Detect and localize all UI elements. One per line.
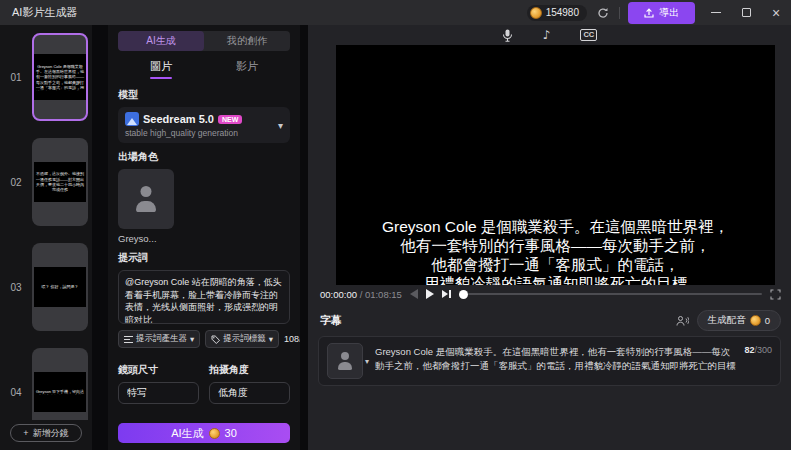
generate-dub-button[interactable]: 生成配音 0	[697, 310, 781, 331]
dub-label: 生成配音	[708, 314, 746, 327]
export-label: 導出	[659, 6, 679, 20]
caption-count-current: 82	[744, 345, 754, 355]
model-dropdown[interactable]: Seedream 5.0 NEW stable high_quality gen…	[118, 107, 290, 143]
speaker-avatar[interactable]	[327, 343, 363, 379]
shot-frame: Greyson 放下手機，望向這座城市中燈火閃爍的高樓	[34, 372, 86, 412]
caption-count-max: /300	[754, 345, 772, 355]
main-tabs: AI生成 我的創作	[118, 31, 290, 51]
minimize-button[interactable]	[709, 6, 723, 20]
caption-speaker: ▾	[327, 343, 369, 379]
subtab-image[interactable]: 圖片	[118, 55, 204, 78]
prompt-tags-label: 提示詞標籤	[223, 333, 266, 345]
seek-bar[interactable]	[459, 290, 762, 299]
model-name: Seedream 5.0	[143, 113, 214, 125]
prompt-tags-button[interactable]: 提示詞標籤 ▾	[205, 330, 279, 348]
generation-panel: AI生成 我的創作 圖片 影片 模型 Seedream 5.0 NEW stab…	[108, 25, 300, 450]
shot-size-label: 鏡頭尺寸	[118, 363, 199, 377]
shot-number: 02	[0, 177, 32, 188]
coin-icon	[750, 315, 761, 326]
maximize-button[interactable]	[739, 6, 753, 20]
total-duration: / 01:08:15	[360, 289, 402, 300]
subtab-video[interactable]: 影片	[204, 55, 290, 78]
shot-caption: Greyson Cole 是個職業殺手。在這個黑暗世界裡，他有一套特別的行事風格…	[35, 64, 85, 91]
media-toolbar: ♪ CC	[308, 25, 791, 45]
prompt-actions: 提示詞產生器 ▾ 提示詞標籤 ▾ 108/2000	[118, 330, 290, 348]
step-forward-button[interactable]	[442, 290, 451, 298]
microphone-icon[interactable]	[502, 29, 513, 42]
camera-angle-label: 拍摄角度	[209, 363, 290, 377]
previous-frame-button[interactable]	[410, 289, 418, 299]
characters-label: 出場角色	[118, 150, 290, 164]
previous-icon	[410, 289, 418, 299]
shot-caption: 不過呢，這次例外。他接到一通任務電話——對方開出天價，要求他二十四小時內完成任務	[35, 171, 85, 193]
seek-handle[interactable]	[459, 290, 468, 299]
coin-icon	[530, 7, 542, 19]
subtitle-line: 用禮貌冷靜的語氣通知即將死亡的目標	[336, 275, 775, 285]
chevron-down-icon[interactable]: ▾	[365, 357, 369, 366]
prompt-generator-label: 提示詞產生器	[136, 333, 187, 345]
voice-icon[interactable]	[676, 315, 689, 327]
chevron-down-icon: ▾	[269, 334, 273, 344]
model-info: Seedream 5.0 NEW stable high_quality gen…	[125, 112, 278, 138]
app-title: AI影片生成器	[12, 5, 77, 20]
subtitle-line: 他有一套特別的行事風格——每次動手之前，	[336, 237, 775, 256]
captions-icon[interactable]: CC	[580, 29, 597, 41]
chevron-down-icon: ▾	[190, 334, 194, 344]
model-description: stable high_quality generation	[125, 128, 278, 138]
shot-caption: 喂？ 你好，請問是？	[35, 284, 85, 289]
subtitle-line: 他都會撥打一通「客服式」的電話，	[336, 256, 775, 275]
panel-spacer	[118, 404, 290, 423]
prompt-textarea[interactable]: @Greyson Cole 站在阴暗的角落，低头看着手机屏幕，脸上带着冷静而专注…	[118, 270, 290, 324]
dub-controls: 生成配音 0	[676, 310, 781, 331]
window-controls: ×	[709, 6, 783, 20]
character-avatar[interactable]	[118, 169, 174, 229]
caption-char-count: 82/300	[744, 343, 772, 355]
caption-text[interactable]: Greyson Cole 是個職業殺手。在這個黑暗世界裡，他有一套特別的行事風格…	[375, 343, 738, 374]
cc-label: CC	[580, 29, 597, 41]
shot-thumbnail-03[interactable]: 喂？ 你好，請問是？	[32, 243, 88, 331]
coin-icon	[209, 428, 220, 439]
captions-header: 字幕 生成配音 0	[308, 303, 791, 336]
tab-my-creations[interactable]: 我的創作	[204, 31, 290, 51]
shot-thumbnail-02[interactable]: 不過呢，這次例外。他接到一通任務電話——對方開出天價，要求他二十四小時內完成任務	[32, 138, 88, 226]
step-forward-bar	[449, 290, 451, 298]
shot-row: 03 喂？ 你好，請問是？	[0, 243, 92, 331]
dub-cost: 0	[765, 315, 770, 326]
sidebar-divider	[92, 25, 108, 450]
camera-angle-input[interactable]	[209, 382, 290, 404]
video-player[interactable]: Greyson Cole 是個職業殺手。在這個黑暗世界裡， 他有一套特別的行事風…	[336, 45, 775, 285]
shot-row: 04 Greyson 放下手機，望向這座城市中燈火閃爍的高樓	[0, 348, 92, 420]
model-label: 模型	[118, 88, 290, 102]
tag-icon	[211, 335, 220, 344]
shot-number: 04	[0, 387, 32, 398]
shot-caption: Greyson 放下手機，望向這座城市中燈火閃爍的高樓	[35, 389, 85, 395]
shot-size-input[interactable]	[118, 382, 199, 404]
minimize-icon	[711, 12, 721, 13]
shot-sidebar: 01 Greyson Cole 是個職業殺手。在這個黑暗世界裡，他有一套特別的行…	[0, 25, 92, 450]
chevron-down-icon: ▾	[278, 120, 283, 131]
shot-thumbnail-04[interactable]: Greyson 放下手機，望向這座城市中燈火閃爍的高樓	[32, 348, 88, 420]
play-button[interactable]	[426, 289, 434, 299]
panel-divider	[300, 25, 308, 450]
shot-thumbnail-01[interactable]: Greyson Cole 是個職業殺手。在這個黑暗世界裡，他有一套特別的行事風格…	[32, 33, 88, 121]
refresh-icon[interactable]	[593, 3, 613, 23]
prompt-generator-button[interactable]: 提示詞產生器 ▾	[118, 330, 200, 348]
current-time: 00:00:00	[320, 289, 357, 300]
shot-frame: Greyson Cole 是個職業殺手。在這個黑暗世界裡，他有一套特別的行事風格…	[34, 54, 86, 100]
captions-title: 字幕	[320, 313, 676, 328]
shot-frame: 不過呢，這次例外。他接到一通任務電話——對方開出天價，要求他二十四小時內完成任務	[34, 162, 86, 202]
caption-row: ▾ Greyson Cole 是個職業殺手。在這個黑暗世界裡，他有一套特別的行事…	[318, 336, 781, 386]
fullscreen-button[interactable]	[770, 289, 781, 300]
credits-pill[interactable]: 154980	[527, 5, 587, 21]
shot-frame: 喂？ 你好，請問是？	[34, 267, 86, 307]
prompt-count-current: 108	[284, 334, 299, 344]
close-button[interactable]: ×	[769, 6, 783, 20]
step-forward-icon	[442, 290, 448, 298]
tab-ai-generate[interactable]: AI生成	[118, 31, 204, 51]
music-icon[interactable]: ♪	[543, 28, 551, 42]
add-shot-button[interactable]: + 新增分鏡	[10, 424, 82, 442]
ai-generate-button[interactable]: AI生成 30	[118, 423, 290, 443]
export-button[interactable]: 導出	[628, 2, 695, 24]
preview-panel: ♪ CC Greyson Cole 是個職業殺手。在這個黑暗世界裡， 他有一套特…	[308, 25, 791, 450]
subtitle-line: Greyson Cole 是個職業殺手。在這個黑暗世界裡，	[336, 218, 775, 237]
